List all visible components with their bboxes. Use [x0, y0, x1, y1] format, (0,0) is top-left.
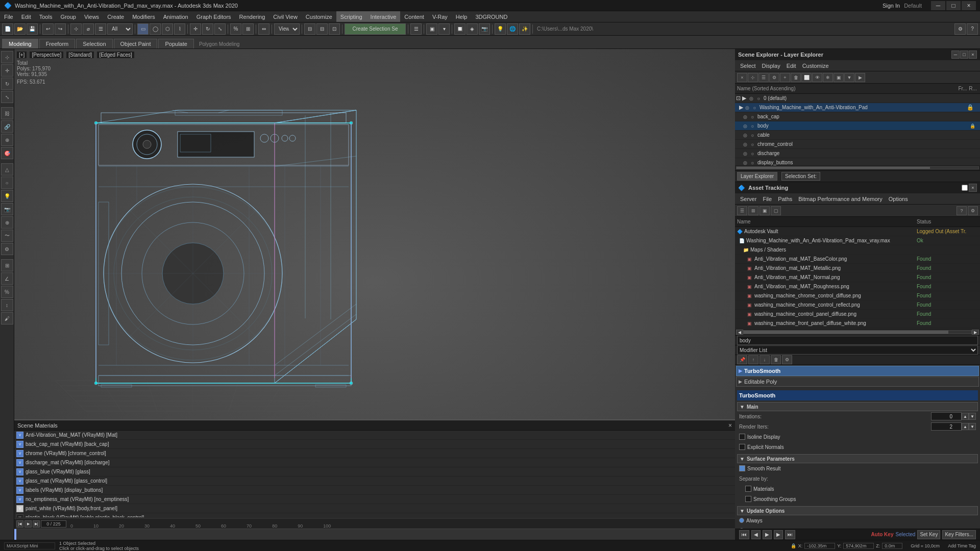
help-icon-button[interactable]: ? [967, 23, 978, 35]
mp-main-header[interactable]: ▼ Main [737, 402, 978, 411]
key-filters-btn[interactable]: Key Filters... [942, 530, 976, 539]
menu-rendering[interactable]: Rendering [235, 11, 270, 22]
percent-button[interactable]: % [230, 23, 241, 35]
se-eye-chrome[interactable]: ◎ [743, 142, 750, 147]
at-row-tex-front-diff[interactable]: ▣ washing_machine_front_panel_diffuse_wh… [735, 319, 980, 328]
snap-button[interactable]: ⊞ [242, 23, 254, 35]
at-row-maps[interactable]: 📁 Maps / Shaders [735, 245, 980, 255]
se-row-eye2[interactable]: ◎ [745, 105, 752, 110]
mp-materials-cb[interactable] [745, 486, 751, 492]
sm-close-icon[interactable]: × [728, 422, 732, 429]
timeline-track[interactable] [14, 529, 735, 540]
mp-editablepoly-item[interactable]: ▶ Editable Poly [736, 377, 979, 387]
tool-systems[interactable]: ⚙ [1, 243, 13, 255]
mp-always-radio[interactable] [739, 518, 744, 523]
at-tb-small[interactable]: ▢ [771, 206, 781, 215]
se-find-btn[interactable]: ⊹ [748, 73, 758, 82]
select-rect-button[interactable]: ▭ [137, 23, 149, 35]
menu-interactive[interactable]: Interactive [366, 11, 401, 22]
mp-icon-move-up[interactable]: ↑ [748, 355, 758, 364]
sm-row-discharge[interactable]: V discharge_mat (VRayMtl) [discharge] [14, 458, 735, 467]
se-row-default-layer[interactable]: ⊡ ▶ ◎ ☼ 0 (default) [735, 94, 980, 103]
maximize-button[interactable]: □ [946, 1, 961, 10]
open-button[interactable]: 📂 [14, 23, 26, 35]
at-row-tex-basecolor[interactable]: ▣ Anti_Vibration_mat_MAT_BaseColor.png F… [735, 255, 980, 264]
at-row-tex-chrome-ref[interactable]: ▣ washing_machine_chrome_control_reflect… [735, 300, 980, 310]
se-maximize[interactable]: □ [960, 51, 968, 59]
tool-link[interactable]: ⛓ [1, 107, 13, 119]
se-menu-edit[interactable]: Edit [783, 62, 799, 70]
rotate-button[interactable]: ↻ [202, 23, 213, 35]
tool-snap-angle[interactable]: ∠ [1, 272, 13, 285]
select-fence-button[interactable]: ⬡ [162, 23, 173, 35]
at-scroll-left[interactable]: ◀ [736, 330, 743, 335]
se-display-btn[interactable]: ☰ [758, 73, 769, 82]
se-row-sun2[interactable]: ☼ [752, 105, 760, 110]
se-row-body[interactable]: ◎ ☼ body 🔒 [735, 121, 980, 131]
se-row-display-buttons[interactable]: ◎ ☼ display_buttons [735, 158, 980, 165]
tool-snap-spinner[interactable]: ↕ [1, 299, 13, 311]
mp-iterations-up[interactable]: ▲ [962, 413, 969, 420]
at-tb-settings[interactable]: ⚙ [968, 206, 978, 215]
light-analysis-button[interactable]: 💡 [495, 23, 506, 35]
menu-scripting[interactable]: Scripting [336, 11, 366, 22]
menu-modifiers[interactable]: Modifiers [128, 11, 159, 22]
sm-row-paint-white[interactable]: V paint_white (VRayMtl) [body,front_pane… [14, 504, 735, 513]
se-row-back-cap[interactable]: ◎ ☼ back_cap [735, 112, 980, 121]
selection-filter-dropdown[interactable]: All [107, 23, 133, 35]
lasso-button[interactable]: ⌀ [83, 23, 94, 35]
tool-paint-select[interactable]: 🖌 [1, 312, 13, 324]
se-menu-display[interactable]: Display [759, 62, 783, 70]
close-button[interactable]: × [962, 1, 976, 10]
at-tb-list[interactable]: ☰ [737, 206, 747, 215]
move-button[interactable]: ✛ [190, 23, 201, 35]
tool-cameras[interactable]: 📷 [1, 203, 13, 215]
z-value[interactable]: 0.0m [882, 543, 902, 549]
viewport-standard-label[interactable]: [Standard] [66, 52, 94, 58]
select-by-name-button[interactable]: ☰ [95, 23, 106, 35]
tab-freeform[interactable]: Freeform [39, 39, 76, 48]
at-tb-large[interactable]: ▣ [760, 206, 770, 215]
mp-render-iters-up[interactable]: ▲ [962, 423, 969, 430]
at-tb-grid[interactable]: ⊞ [748, 206, 758, 215]
menu-help[interactable]: Help [452, 11, 472, 22]
se-eye-back-cap[interactable]: ◎ [743, 114, 750, 119]
se-render-btn[interactable]: ▣ [834, 73, 844, 82]
snap3d-button[interactable]: ⊡ [329, 23, 340, 35]
layers-button[interactable]: ▣ [426, 23, 437, 35]
menu-views[interactable]: Views [80, 11, 103, 22]
se-row-sun[interactable]: ☼ [756, 96, 764, 101]
at-close-btn[interactable]: × [969, 184, 977, 192]
se-expand-btn[interactable]: ▶ [855, 73, 865, 82]
se-row-washer-root[interactable]: ▶ ◎ ☼ Washing_Machine_with_An_Anti-Vibra… [735, 103, 980, 112]
at-tb-help[interactable]: ? [957, 206, 967, 215]
se-child-btn[interactable]: ▼ [844, 73, 854, 82]
mp-iterations-down[interactable]: ▼ [969, 413, 976, 420]
at-menu-bitmap[interactable]: Bitmap Performance and Memory [795, 195, 885, 203]
tab-modeling[interactable]: Modeling [2, 39, 38, 48]
se-sun-chrome[interactable]: ☼ [750, 142, 757, 147]
sm-row-glass-mat[interactable]: V glass_mat (VRayMtl) [glass_control] [14, 477, 735, 486]
sm-row-chrome[interactable]: V chrome (VRayMtl) [chrome_control] [14, 449, 735, 458]
menu-graph-editors[interactable]: Graph Editors [192, 11, 235, 22]
mp-render-iters-input[interactable] [931, 422, 962, 431]
mp-surface-header[interactable]: ▼ Surface Parameters [737, 454, 978, 463]
at-h-scrollbar[interactable] [743, 330, 972, 334]
se-tab-selection-set[interactable]: Selection Set: [781, 172, 820, 181]
se-sun-cable[interactable]: ☼ [750, 133, 757, 138]
tab-populate[interactable]: Populate [158, 39, 193, 48]
settings-button[interactable]: ⚙ [954, 23, 966, 35]
tool-select[interactable]: ⊹ [1, 51, 13, 63]
mp-turbosmooth-item[interactable]: ▶ TurboSmooth [736, 366, 979, 376]
at-row-vault[interactable]: 🔷 Autodesk Vault Logged Out (Asset Tr. [735, 227, 980, 236]
at-row-tex-roughness[interactable]: ▣ Anti_Vibration_mat_MAT_Roughness.png F… [735, 282, 980, 291]
playback-play-btn[interactable]: ▶ [763, 530, 772, 539]
at-scroll-right[interactable]: ▶ [972, 330, 979, 335]
environment-button[interactable]: 🌐 [507, 23, 518, 35]
tool-bind[interactable]: ⊕ [1, 134, 13, 146]
menu-content[interactable]: Content [400, 11, 428, 22]
se-eye-cable[interactable]: ◎ [743, 133, 750, 138]
tool-snap-percent[interactable]: % [1, 286, 13, 298]
se-hide-btn[interactable]: 👁 [812, 73, 822, 82]
mp-explicit-normals-cb[interactable] [739, 444, 745, 450]
